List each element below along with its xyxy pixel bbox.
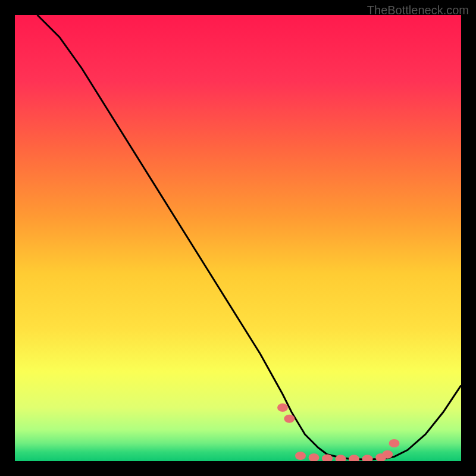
marker-dot <box>336 455 346 461</box>
marker-dot <box>362 455 373 461</box>
marker-dot <box>349 455 359 461</box>
marker-dot <box>309 453 320 461</box>
marker-dot <box>389 439 400 447</box>
marker-dots <box>277 403 400 461</box>
bottleneck-curve <box>37 15 462 459</box>
curve-layer <box>15 15 461 461</box>
watermark-text: TheBottleneck.com <box>367 4 469 17</box>
marker-dot <box>277 403 288 412</box>
marker-dot <box>284 415 295 423</box>
plot-area <box>15 15 461 461</box>
marker-dot <box>382 450 393 459</box>
marker-dot <box>295 452 306 460</box>
